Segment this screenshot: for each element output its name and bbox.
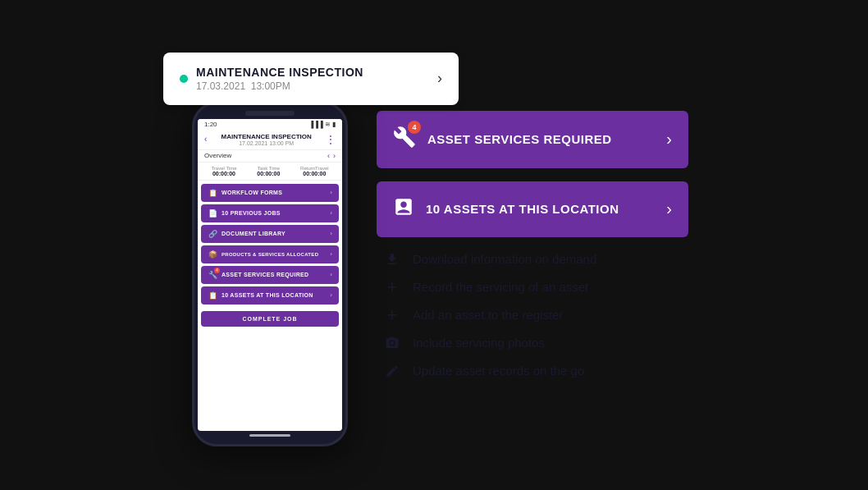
svg-point-0: [391, 341, 395, 345]
phone-home-bar: [249, 434, 290, 437]
phone-menu-workflow-forms[interactable]: 📋 WORKFLOW FORMS ›: [201, 184, 339, 202]
phone-menu-previous-jobs[interactable]: 📄 10 PREVIOUS JOBS ›: [201, 204, 339, 222]
edit-icon: [383, 362, 401, 380]
camera-icon: [383, 334, 401, 352]
assets-location-cta-label: 10 ASSETS AT THIS LOCATION: [426, 202, 619, 216]
previous-jobs-icon: 📄: [208, 208, 217, 218]
phone-header: ‹ MAINTENANCE INSPECTION 17.02.2021 13:0…: [198, 130, 342, 150]
feature-record-text: Record the servicing of an asset: [413, 280, 588, 294]
assets-location-cta-button[interactable]: 10 ASSETS AT THIS LOCATION ›: [377, 181, 688, 237]
phone-more-button[interactable]: ⋮: [326, 134, 336, 145]
download-icon: [383, 250, 401, 268]
feature-photos-text: Include servicing photos: [413, 336, 545, 350]
right-panel: 4 ASSET SERVICES REQUIRED › 10 ASSETS AT…: [377, 111, 688, 380]
feature-download-text: Download information on demand: [413, 252, 596, 266]
job-title: MAINTENANCE INSPECTION: [196, 66, 363, 79]
asset-services-icon: 🔧 4: [208, 270, 217, 280]
asset-services-cta-icon: 4: [393, 126, 416, 153]
phone-time-row: Travel Time 00:00:00 Task Time 00:00:00 …: [198, 163, 342, 181]
asset-services-badge: 4: [214, 268, 220, 273]
phone-menu-products-services[interactable]: 📦 PRODUCTS & SERVICES ALLOCATED ›: [201, 245, 339, 263]
feature-update-records: Update asset records on the go: [383, 362, 682, 380]
asset-services-cta-badge: 4: [408, 121, 421, 134]
phone-back-button[interactable]: ‹: [204, 135, 207, 144]
assets-location-icon: 📋: [208, 291, 217, 300]
feature-list: Download information on demand + Record …: [377, 250, 688, 380]
asset-services-cta-button[interactable]: 4 ASSET SERVICES REQUIRED ›: [377, 111, 688, 168]
workflow-forms-icon: 📋: [208, 188, 217, 198]
phone-menu-document-library[interactable]: 🔗 DOCUMENT LIBRARY ›: [201, 225, 339, 243]
phone-nav-next[interactable]: ›: [333, 152, 336, 160]
feature-download: Download information on demand: [383, 250, 682, 268]
phone-notch: [245, 111, 295, 116]
phone-nav-prev[interactable]: ‹: [327, 152, 330, 160]
feature-record-service: + Record the servicing of an asset: [383, 278, 682, 296]
phone-nav: Overview ‹ ›: [198, 150, 342, 163]
job-datetime: 17.03.2021 13:00PM: [196, 80, 363, 92]
phone-mockup: 1:20 ▐▐▐ ≋ ▮ ‹ MAINTENANCE INSPECTION 17…: [192, 102, 348, 446]
feature-add-asset: + Add an asset to the register: [383, 306, 682, 324]
job-card[interactable]: MAINTENANCE INSPECTION 17.03.2021 13:00P…: [163, 53, 459, 105]
phone-status-bar: 1:20 ▐▐▐ ≋ ▮: [198, 119, 342, 130]
feature-update-text: Update asset records on the go: [413, 364, 584, 378]
assets-location-cta-icon: [393, 196, 414, 222]
plus-icon-2: +: [383, 306, 401, 324]
phone-menu: 📋 WORKFLOW FORMS › 📄 10 PREVIOUS JOBS ›: [198, 181, 342, 308]
products-services-icon: 📦: [208, 250, 217, 259]
plus-icon-1: +: [383, 278, 401, 296]
job-status-dot: [180, 75, 188, 83]
document-library-icon: 🔗: [208, 229, 217, 239]
phone-menu-asset-services[interactable]: 🔧 4 ASSET SERVICES REQUIRED ›: [201, 266, 339, 284]
asset-services-cta-arrow: ›: [666, 130, 672, 149]
phone-screen-title: MAINTENANCE INSPECTION: [222, 133, 312, 140]
feature-add-asset-text: Add an asset to the register: [413, 308, 563, 322]
job-card-arrow: ›: [437, 70, 442, 87]
feature-photos: Include servicing photos: [383, 334, 682, 352]
phone-complete-job-button[interactable]: COMPLETE JOB: [201, 311, 339, 327]
asset-services-cta-label: ASSET SERVICES REQUIRED: [427, 132, 612, 146]
assets-location-cta-arrow: ›: [666, 199, 672, 218]
phone-screen-subtitle: 17.02.2021 13:00 PM: [222, 140, 312, 146]
phone-menu-assets-location[interactable]: 📋 10 ASSETS AT THIS LOCATION ›: [201, 286, 339, 305]
